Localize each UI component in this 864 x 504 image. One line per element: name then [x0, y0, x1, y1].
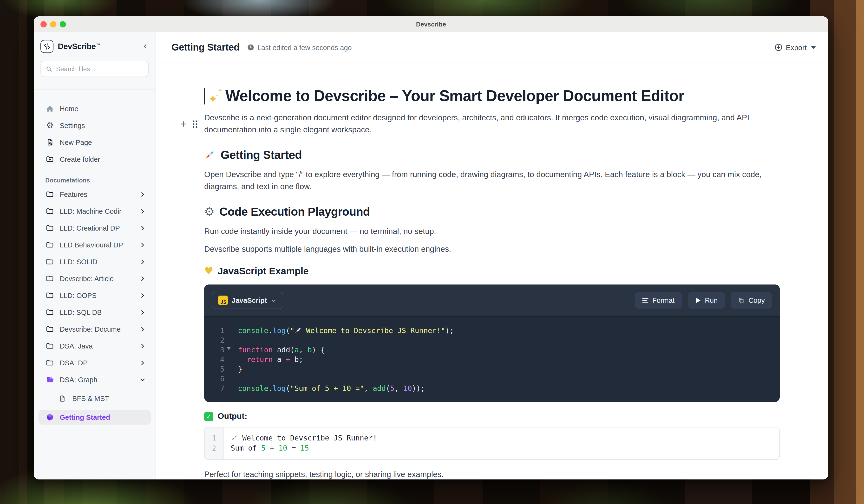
sidebar-folder-row[interactable]: LLD: SQL DB	[38, 305, 151, 320]
sidebar-folder-row[interactable]: LLD Behavioural DP	[38, 237, 151, 252]
rocket-icon	[295, 327, 302, 334]
section-heading-code-playground: ⚙ Code Execution Playground	[204, 205, 782, 219]
folder-icon	[45, 359, 55, 367]
file-icon	[58, 394, 67, 402]
chevron-right-icon	[139, 191, 146, 198]
output-lines: Welcome to Devscribe JS Runner!Sum of 5 …	[224, 428, 377, 459]
sidebar-folder-row[interactable]: DSA: Graph	[38, 372, 151, 387]
copy-button[interactable]: Copy	[731, 292, 772, 309]
folder-icon	[45, 274, 55, 283]
chevron-right-icon	[139, 258, 146, 265]
chevron-right-icon	[139, 208, 146, 214]
macos-titlebar: Devscribe	[34, 16, 828, 32]
search-box[interactable]	[40, 61, 149, 77]
home-icon	[45, 105, 55, 113]
output-line-numbers: 12	[205, 428, 224, 459]
sidebar-item-label: Settings	[60, 122, 85, 129]
export-icon	[774, 43, 782, 51]
add-block-button[interactable]: +	[180, 119, 187, 130]
play-icon	[695, 297, 701, 304]
brand-name: DevScribe™	[58, 42, 100, 51]
code-block: JS JavaScript Format	[204, 284, 780, 402]
format-button[interactable]: Format	[635, 292, 682, 309]
sidebar-item-label: DSA: Java	[60, 342, 93, 350]
sidebar-folder-list: Features LLD: Machine Codir LLD: Creatio…	[34, 185, 156, 389]
language-selector[interactable]: JS JavaScript	[212, 292, 284, 309]
new-page-icon	[45, 138, 55, 146]
chevron-right-icon	[139, 242, 146, 248]
sidebar-item-label: Devscribe: Docume	[60, 325, 121, 333]
sidebar-folder-row[interactable]: LLD: Creational DP	[38, 220, 151, 235]
sidebar-nav: Home ⚙ Settings New Page	[34, 89, 156, 169]
sidebar-folder-row[interactable]: Features	[38, 187, 151, 202]
search-icon	[46, 65, 52, 72]
rocket-icon	[204, 149, 216, 161]
chevron-down-icon	[271, 297, 277, 304]
check-icon: ✓	[204, 412, 213, 421]
folder-icon	[45, 308, 55, 316]
document-header: Getting Started Last edited a few second…	[156, 32, 828, 63]
drag-handle-icon[interactable]	[192, 120, 198, 128]
gear-icon: ⚙	[45, 121, 55, 130]
sidebar-item-label: LLD: OOPS	[60, 292, 97, 299]
javascript-badge-icon: JS	[218, 296, 228, 305]
run-button[interactable]: Run	[687, 292, 725, 309]
sidebar-item-label: BFS & MST	[72, 394, 109, 402]
fold-caret-icon[interactable]	[227, 347, 231, 350]
cube-icon	[45, 413, 55, 421]
sidebar-section-label: Documetations	[45, 177, 151, 184]
chevron-right-icon	[139, 224, 146, 231]
chevron-right-icon	[139, 343, 146, 349]
page-title: Getting Started	[171, 42, 240, 53]
yellow-heart-icon: ♥	[204, 266, 213, 276]
code-line: 1console.log(" Welcome to Devscribe JS R…	[212, 326, 772, 335]
sidebar-folder-row[interactable]: LLD: SOLID	[38, 254, 151, 269]
sidebar-folder-row[interactable]: DSA: Java	[38, 339, 151, 353]
code-block-toolbar: JS JavaScript Format	[204, 284, 780, 316]
chevron-right-icon	[139, 292, 146, 299]
format-icon	[642, 297, 648, 303]
document-canvas[interactable]: + ✦✦✦ Welcome to Devscribe – Your Smart …	[156, 63, 828, 479]
chevron-right-icon	[139, 275, 146, 282]
block-tools: +	[180, 119, 198, 130]
collapse-sidebar-button[interactable]	[142, 43, 149, 50]
code-line: 4 return a + b;	[212, 355, 772, 365]
folder-icon	[45, 258, 55, 266]
output-line: Sum of 5 + 10 = 15	[231, 443, 377, 453]
sidebar-item-label: Home	[60, 105, 78, 112]
export-button[interactable]: Export	[774, 43, 816, 51]
sidebar-item-label: Create folder	[60, 155, 100, 163]
sidebar-folder-row[interactable]: DSA: DP	[38, 355, 151, 370]
sidebar-item-create-folder[interactable]: Create folder	[38, 152, 151, 167]
folder-icon	[45, 241, 55, 249]
sidebar: DevScribe™ Home	[34, 32, 156, 479]
sidebar-item-label: Getting Started	[60, 413, 110, 421]
folder-open-icon	[45, 376, 55, 384]
sidebar-item-label: New Page	[60, 138, 92, 146]
search-input[interactable]	[56, 65, 144, 72]
code-line: 5}	[212, 365, 772, 374]
output-label-row: ✓ Output:	[204, 411, 782, 421]
document-title-row: ✦✦✦ Welcome to Devscribe – Your Smart De…	[204, 87, 782, 105]
sidebar-item-settings[interactable]: ⚙ Settings	[38, 118, 151, 133]
sidebar-page-getting-started[interactable]: Getting Started	[38, 410, 151, 425]
sidebar-folder-row[interactable]: LLD: OOPS	[38, 288, 151, 303]
devscribe-window: Devscribe DevScribe™	[34, 16, 828, 479]
sidebar-item-label: LLD: Machine Codir	[60, 207, 121, 215]
text-cursor	[204, 88, 205, 104]
sidebar-item-new-page[interactable]: New Page	[38, 135, 151, 150]
outro-paragraph: Perfect for teaching snippets, testing l…	[204, 468, 782, 479]
sidebar-item-home[interactable]: Home	[38, 101, 151, 116]
code-editor[interactable]: 1console.log(" Welcome to Devscribe JS R…	[204, 316, 780, 402]
sidebar-page-bfs-mst[interactable]: BFS & MST	[38, 391, 151, 406]
getting-started-paragraph: Open Devscribe and type “/” to explore e…	[204, 169, 782, 193]
code-line: 2	[212, 335, 772, 345]
last-edited-status: Last edited a few seconds ago	[247, 44, 352, 51]
brand-row: DevScribe™	[34, 32, 156, 58]
forest-desktop-background: Devscribe DevScribe™	[0, 0, 864, 504]
sidebar-folder-row[interactable]: Devscribe: Docume	[38, 322, 151, 336]
main-panel: Getting Started Last edited a few second…	[156, 32, 828, 479]
sidebar-folder-row[interactable]: LLD: Machine Codir	[38, 204, 151, 219]
sidebar-folder-row[interactable]: Devscribe: Article	[38, 271, 151, 286]
chevron-down-icon	[139, 376, 146, 383]
